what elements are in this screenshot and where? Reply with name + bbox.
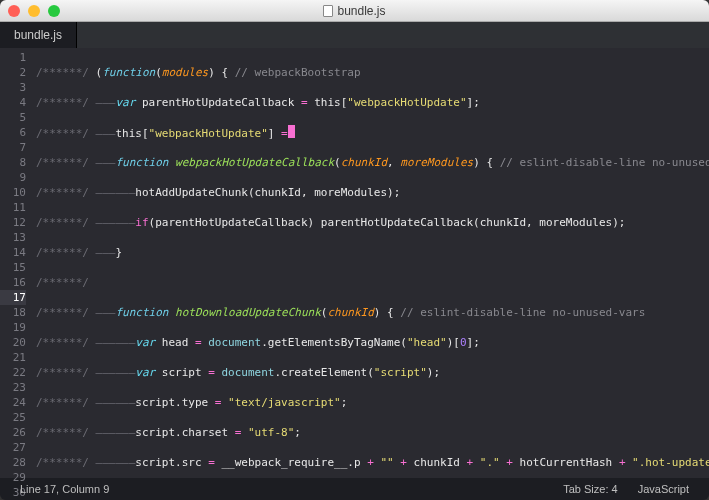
line-number: 17 (0, 290, 26, 305)
line-number: 26 (0, 425, 26, 440)
line-number: 18 (0, 305, 26, 320)
line-number: 22 (0, 365, 26, 380)
line-number: 25 (0, 410, 26, 425)
code-area[interactable]: /******/ (function(modules) { // webpack… (32, 48, 709, 478)
status-bar: Line 17, Column 9 Tab Size: 4 JavaScript (0, 478, 709, 500)
status-language[interactable]: JavaScript (628, 483, 699, 495)
window-title-text: bundle.js (337, 4, 385, 18)
line-number: 7 (0, 140, 26, 155)
line-number: 12 (0, 215, 26, 230)
line-number: 23 (0, 380, 26, 395)
line-number: 19 (0, 320, 26, 335)
line-number: 21 (0, 350, 26, 365)
editor-area: 1234567891011121314151617181920212223242… (0, 48, 709, 478)
line-number: 5 (0, 110, 26, 125)
tab-bar: bundle.js (0, 22, 709, 48)
line-number: 1 (0, 50, 26, 65)
line-number: 11 (0, 200, 26, 215)
line-number: 2 (0, 65, 26, 80)
line-number: 27 (0, 440, 26, 455)
line-number: 3 (0, 80, 26, 95)
line-number: 14 (0, 245, 26, 260)
line-number: 24 (0, 395, 26, 410)
tab-bundle[interactable]: bundle.js (0, 22, 77, 48)
line-number: 9 (0, 170, 26, 185)
line-gutter: 1234567891011121314151617181920212223242… (0, 48, 32, 478)
status-tabsize[interactable]: Tab Size: 4 (553, 483, 627, 495)
line-number: 20 (0, 335, 26, 350)
line-number: 16 (0, 275, 26, 290)
status-cursor[interactable]: Line 17, Column 9 (10, 483, 119, 495)
line-number: 15 (0, 260, 26, 275)
editor-window: bundle.js bundle.js 12345678910111213141… (0, 0, 709, 500)
line-number: 6 (0, 125, 26, 140)
document-icon (323, 5, 333, 17)
line-number: 4 (0, 95, 26, 110)
line-number: 13 (0, 230, 26, 245)
line-number: 8 (0, 155, 26, 170)
cursor (288, 125, 295, 138)
window-titlebar[interactable]: bundle.js (0, 0, 709, 22)
window-title: bundle.js (0, 4, 709, 18)
line-number: 10 (0, 185, 26, 200)
line-number: 28 (0, 455, 26, 470)
